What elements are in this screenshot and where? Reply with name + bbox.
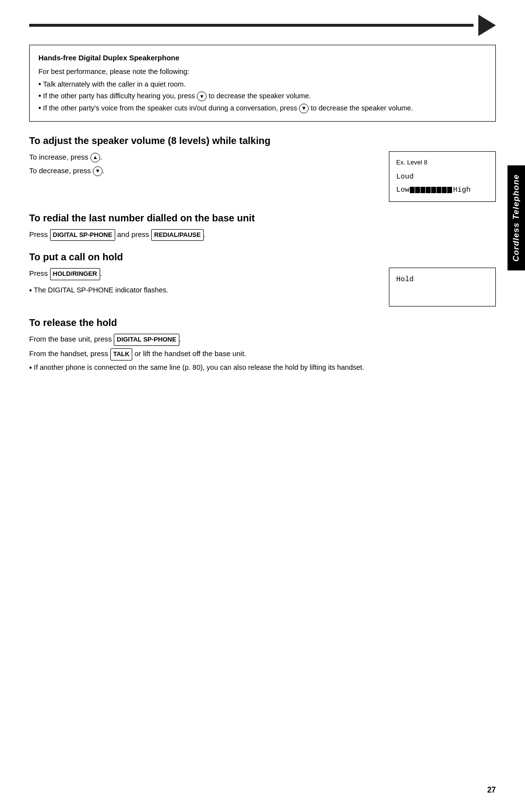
info-box: Hands-free Digital Duplex Speakerphone F… bbox=[29, 45, 496, 122]
top-bar-line bbox=[29, 24, 473, 27]
section-redial: To redial the last number dialled on the… bbox=[29, 213, 496, 241]
page-number: 27 bbox=[487, 786, 496, 794]
bullet-icon-hold: • bbox=[29, 285, 32, 296]
key-hold-ringer: HOLD/RINGER bbox=[50, 268, 100, 280]
section-volume-right: Ex. Level 8 Loud Low High bbox=[389, 151, 496, 201]
release-line2: From the handset, press TALK or lift the… bbox=[29, 348, 496, 361]
key-down-vol-icon: ▼ bbox=[93, 166, 103, 176]
redial-and-label: and press bbox=[117, 230, 149, 238]
section-volume-content: To increase, press ▲. To decrease, press… bbox=[29, 151, 496, 201]
vol-block-7 bbox=[442, 187, 447, 193]
volume-display-box: Ex. Level 8 Loud Low High bbox=[389, 151, 496, 201]
side-tab: Cordless Telephone bbox=[508, 165, 525, 271]
section-volume: To adjust the speaker volume (8 levels) … bbox=[29, 135, 496, 201]
redial-end: . bbox=[204, 230, 206, 238]
info-bullet-1-text: Talk alternately with the caller in a qu… bbox=[43, 79, 186, 90]
decrease-label: To decrease, press bbox=[29, 166, 91, 175]
release-bullet-text: If another phone is connected on the sam… bbox=[34, 362, 365, 373]
release-line2-suffix: or lift the handset off the base unit. bbox=[135, 349, 246, 358]
volume-bar: Low High bbox=[396, 183, 489, 197]
key-digital-sp-phone-2: DIGITAL SP-PHONE bbox=[114, 334, 179, 346]
key-up-icon: ▲ bbox=[90, 153, 100, 162]
display-loud: Loud bbox=[396, 170, 489, 183]
info-box-title: Hands-free Digital Duplex Speakerphone bbox=[38, 52, 487, 63]
side-tab-label: Cordless Telephone bbox=[511, 174, 521, 262]
section-hold-left: Press HOLD/RINGER. • The DIGITAL SP-PHON… bbox=[29, 268, 389, 298]
increase-label: To increase, press bbox=[29, 153, 88, 161]
info-bullet-3-text: If the other party's voice from the spea… bbox=[43, 103, 413, 113]
section-hold-content: Press HOLD/RINGER. • The DIGITAL SP-PHON… bbox=[29, 268, 496, 307]
vol-block-6 bbox=[437, 187, 441, 193]
key-down-icon: ▼ bbox=[197, 91, 207, 101]
section-volume-left: To increase, press ▲. To decrease, press… bbox=[29, 151, 389, 179]
hold-bullet-text: The DIGITAL SP-PHONE indicator flashes. bbox=[34, 285, 168, 296]
key-talk: TALK bbox=[110, 348, 133, 361]
vol-block-5 bbox=[431, 187, 436, 193]
section-volume-heading: To adjust the speaker volume (8 levels) … bbox=[29, 135, 496, 146]
release-bullet: • If another phone is connected on the s… bbox=[29, 362, 496, 373]
key-redial-pause: REDIAL/PAUSE bbox=[151, 229, 204, 241]
bullet-icon: • bbox=[38, 79, 41, 90]
display-high: High bbox=[453, 183, 471, 197]
increase-line: To increase, press ▲. bbox=[29, 151, 379, 163]
section-release-body: From the base unit, press DIGITAL SP-PHO… bbox=[29, 333, 496, 373]
info-bullet-2-text: If the other party has difficulty hearin… bbox=[43, 90, 311, 101]
release-line1-prefix: From the base unit, press bbox=[29, 335, 112, 343]
section-hold-right: Hold bbox=[389, 268, 496, 307]
hold-press-line: Press HOLD/RINGER. bbox=[29, 268, 379, 280]
redial-press-label: Press bbox=[29, 230, 48, 238]
redial-press-line: Press DIGITAL SP-PHONE and press REDIAL/… bbox=[29, 229, 496, 241]
display-low: Low bbox=[396, 183, 409, 197]
hold-display-text: Hold bbox=[396, 273, 489, 286]
hold-display-box: Hold bbox=[389, 268, 496, 307]
key-digital-sp-phone: DIGITAL SP-PHONE bbox=[50, 229, 115, 241]
hold-press-label: Press bbox=[29, 269, 48, 277]
info-box-intro: For best performance, please note the fo… bbox=[38, 66, 487, 77]
vol-block-4 bbox=[426, 187, 431, 193]
bullet-icon: • bbox=[38, 90, 41, 101]
hold-bullet: • The DIGITAL SP-PHONE indicator flashes… bbox=[29, 285, 379, 296]
info-bullet-2: • If the other party has difficulty hear… bbox=[38, 90, 487, 101]
release-line1-end: . bbox=[179, 335, 181, 343]
section-release: To release the hold From the base unit, … bbox=[29, 317, 496, 373]
vol-block-3 bbox=[420, 187, 425, 193]
section-volume-body: To increase, press ▲. To decrease, press… bbox=[29, 151, 379, 177]
section-hold-heading: To put a call on hold bbox=[29, 252, 496, 263]
hold-end: . bbox=[100, 269, 102, 277]
key-down-icon-2: ▼ bbox=[299, 104, 309, 113]
section-redial-heading: To redial the last number dialled on the… bbox=[29, 213, 496, 224]
info-bullet-3: • If the other party's voice from the sp… bbox=[38, 103, 487, 113]
arrow-icon bbox=[478, 15, 496, 36]
vol-block-2 bbox=[415, 187, 420, 193]
volume-blocks bbox=[410, 187, 453, 193]
release-line2-prefix: From the handset, press bbox=[29, 349, 108, 358]
bullet-icon-release: • bbox=[29, 362, 32, 373]
decrease-line: To decrease, press ▼. bbox=[29, 165, 379, 177]
release-line1: From the base unit, press DIGITAL SP-PHO… bbox=[29, 333, 496, 346]
section-hold: To put a call on hold Press HOLD/RINGER.… bbox=[29, 252, 496, 307]
top-bar bbox=[29, 15, 496, 36]
vol-block-8 bbox=[447, 187, 452, 193]
bullet-icon: • bbox=[38, 103, 41, 113]
info-bullet-1: • Talk alternately with the caller in a … bbox=[38, 79, 487, 90]
section-release-heading: To release the hold bbox=[29, 317, 496, 328]
vol-block-1 bbox=[410, 187, 415, 193]
ex-label: Ex. Level 8 bbox=[396, 157, 489, 168]
